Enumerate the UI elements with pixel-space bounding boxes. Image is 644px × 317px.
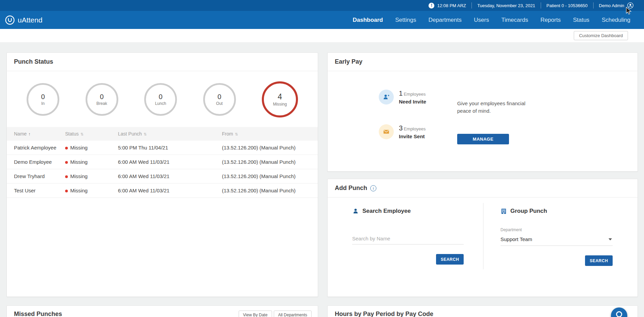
nav-departments[interactable]: Departments	[422, 17, 468, 23]
group-punch-heading: Group Punch	[500, 208, 613, 215]
counter-in[interactable]: 0 In	[27, 83, 59, 116]
counter-value: 0	[159, 93, 162, 101]
cell-name: Patrick Aemployee	[14, 145, 65, 150]
nav-items: Dashboard Settings Departments Users Tim…	[346, 17, 636, 23]
need-invite-unit: Employees	[404, 92, 425, 97]
account-id: Patient 0 - 10536650	[546, 3, 588, 8]
user-icon[interactable]	[627, 2, 634, 9]
alert-icon[interactable]: !	[429, 3, 434, 9]
counter-value: 0	[100, 93, 104, 101]
nav-dashboard[interactable]: Dashboard	[346, 17, 389, 23]
early-pay-title: Early Pay	[335, 58, 362, 65]
top-utility-bar: ! 12:08 PM ARZ Tuesday, November 23, 202…	[0, 0, 644, 11]
cell-name: Test User	[14, 188, 65, 193]
counter-value: 4	[278, 92, 282, 101]
department-selected-value: Support Team	[500, 236, 532, 242]
cell-status: Missing	[65, 188, 118, 193]
customize-dashboard-button[interactable]: Customize Dashboard	[574, 31, 628, 40]
counter-label: Break	[96, 101, 107, 106]
nav-timecards[interactable]: Timecards	[495, 17, 534, 23]
counter-break[interactable]: 0 Break	[86, 83, 118, 116]
dashboard-content: Punch Status 0 In 0 Break 0 Lunch 0 Out …	[0, 42, 644, 317]
search-employee-heading: Search Employee	[352, 208, 464, 215]
hours-card-title: Hours by Pay Period by Pay Code	[335, 311, 433, 317]
account-section: Patient 0 - 10536650	[541, 2, 593, 9]
counter-lunch[interactable]: 0 Lunch	[144, 83, 177, 116]
status-text: Missing	[70, 188, 88, 193]
punch-status-title: Punch Status	[14, 58, 53, 65]
department-select[interactable]: Support Team	[500, 234, 613, 246]
user-name[interactable]: Demo Admin	[599, 3, 624, 8]
manage-button[interactable]: MANAGE	[457, 134, 509, 144]
early-pay-promo: Give your employees financial peace of m…	[457, 90, 559, 144]
nav-status[interactable]: Status	[567, 17, 596, 23]
person-icon	[352, 208, 359, 215]
counter-out[interactable]: 0 Out	[203, 83, 236, 116]
sort-asc-icon[interactable]: ↑	[28, 132, 30, 137]
sort-icon[interactable]: ⇅	[80, 132, 84, 136]
group-punch-search-button[interactable]: SEARCH	[585, 255, 613, 266]
all-departments-button[interactable]: All Departments	[274, 311, 312, 317]
search-employee-title: Search Employee	[362, 208, 411, 215]
cell-from: (13.52.126.200) (Manual Punch)	[222, 173, 311, 179]
column-header-last-punch[interactable]: Last Punch⇅	[118, 131, 222, 137]
counter-value: 0	[41, 93, 45, 101]
cell-status: Missing	[65, 145, 118, 150]
person-add-icon	[379, 90, 394, 105]
missed-punches-filters: View By Date All Departments	[239, 311, 312, 317]
column-header-from[interactable]: From⇅	[222, 131, 311, 137]
cell-from: (13.52.126.200) (Manual Punch)	[222, 159, 311, 165]
sort-icon[interactable]: ⇅	[144, 132, 147, 136]
early-pay-card: Early Pay 1Employees Need Invite	[327, 52, 638, 172]
column-label: Status	[65, 131, 79, 137]
subnav-strip: Customize Dashboard	[0, 29, 644, 42]
invite-sent-unit: Employees	[404, 126, 425, 131]
missed-punches-title: Missed Punches	[14, 311, 62, 317]
invite-sent-count: 3	[399, 124, 403, 132]
need-invite-text: 1Employees Need Invite	[399, 90, 426, 105]
table-row: Demo Employee Missing 6:00 AM Wed 11/03/…	[7, 155, 318, 169]
envelope-icon	[379, 124, 394, 139]
cell-from: (13.52.126.200) (Manual Punch)	[222, 145, 311, 150]
info-icon[interactable]: i	[370, 185, 376, 191]
status-dot	[65, 175, 68, 178]
nav-scheduling[interactable]: Scheduling	[596, 17, 636, 23]
cell-last-punch: 6:00 AM Wed 11/03/21	[118, 159, 222, 165]
cell-last-punch: 5:00 PM Thu 11/04/21	[118, 145, 222, 150]
user-menu[interactable]: Demo Admin	[593, 2, 639, 9]
early-pay-description: Give your employees financial peace of m…	[457, 100, 541, 115]
status-text: Missing	[70, 173, 88, 179]
status-text: Missing	[70, 159, 88, 165]
chevron-down-icon	[609, 238, 612, 240]
nav-reports[interactable]: Reports	[534, 17, 567, 23]
counter-label: Out	[216, 101, 223, 106]
nav-settings[interactable]: Settings	[389, 17, 422, 23]
status-dot	[65, 161, 68, 164]
group-punch-title: Group Punch	[510, 208, 547, 215]
nav-users[interactable]: Users	[468, 17, 495, 23]
counter-missing[interactable]: 4 Missing	[262, 81, 298, 117]
add-punch-header: Add Punch i	[328, 179, 638, 197]
pane-divider	[483, 203, 483, 269]
cell-name: Demo Employee	[14, 159, 65, 165]
table-row: Patrick Aemployee Missing 5:00 PM Thu 11…	[7, 141, 318, 155]
sort-icon[interactable]: ⇅	[235, 132, 238, 136]
building-icon	[500, 208, 507, 215]
date-section: Tuesday, November 23, 2021	[471, 2, 541, 9]
invite-sent-text: 3Employees Invite Sent	[399, 124, 425, 139]
counter-value: 0	[218, 93, 221, 101]
need-invite-count: 1	[399, 90, 403, 97]
brand[interactable]: uAttend	[5, 15, 42, 25]
brand-name: uAttend	[18, 16, 42, 24]
view-by-date-button[interactable]: View By Date	[239, 311, 272, 317]
group-punch-actions: SEARCH	[500, 255, 613, 266]
cell-name: Drew Tryhard	[14, 173, 65, 179]
search-employee-input[interactable]	[352, 234, 464, 244]
search-employee-button[interactable]: SEARCH	[436, 254, 464, 265]
column-header-status[interactable]: Status⇅	[65, 131, 118, 137]
cell-status: Missing	[65, 159, 118, 165]
column-header-name[interactable]: Name↑	[14, 131, 65, 137]
department-label: Department	[500, 227, 613, 232]
punch-status-table: Name↑ Status⇅ Last Punch⇅ From⇅ Patrick …	[7, 127, 318, 198]
status-dot	[65, 147, 68, 149]
